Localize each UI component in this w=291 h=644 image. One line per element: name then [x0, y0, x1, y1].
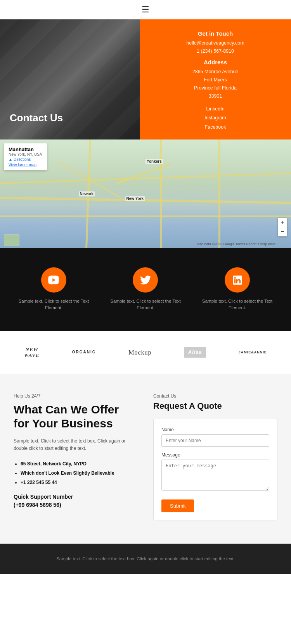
partner-logo-text: NEWWAVE [24, 346, 40, 358]
help-label: Help Us 24/7 [14, 393, 138, 399]
map-road [0, 172, 291, 184]
map-road [0, 196, 291, 204]
submit-button[interactable]: Submit [161, 499, 194, 512]
address-line2: Fort Myers [151, 76, 279, 84]
view-larger-map-link[interactable]: View larger map [9, 163, 42, 167]
list-item: Which don't Look Even Slightly Believabl… [21, 468, 138, 478]
map-road [218, 139, 220, 248]
get-in-touch-block: Get in Touch hello@creativeagency.com 1 … [151, 30, 279, 56]
address-block: Address 2865 Monroe Avenue Fort Myers Pr… [151, 59, 279, 101]
linkedin-text: Sample text. Click to select the Text El… [199, 298, 276, 312]
map-info-box: Manhattan New York, NY, USA ▲ Directions… [4, 143, 47, 170]
contact-heading: What Can We Offer for Your Business [14, 403, 138, 430]
partners-section: NEWWAVE ORGANIC Mockup Alisa JAMIE&ANNIE [0, 331, 291, 374]
contact-heading-line2: for Your Business [14, 417, 113, 430]
contact-email: hello@creativeagency.com [151, 39, 279, 47]
partner-logo-text: JAMIE&ANNIE [239, 350, 267, 355]
youtube-text: Sample text. Click to select the Text El… [15, 298, 92, 312]
contact-right-col: Contact Us Request A Quote Name Message … [153, 393, 277, 520]
partner-logo-text: Alisa [184, 347, 206, 358]
facebook-link[interactable]: Facebook [151, 123, 279, 132]
map-road [160, 139, 162, 248]
twitter-text: Sample text. Click to select the Text El… [107, 298, 184, 312]
social-links-block: LinkedIn Instagram Facebook [151, 105, 279, 132]
footer-text: Sample text. Click to select the text bo… [8, 555, 283, 562]
address-line4: 33901 [151, 92, 279, 100]
partner-logo-newwave[interactable]: NEWWAVE [24, 346, 40, 358]
map-road [116, 163, 171, 184]
list-item: 65 Street, Network City, NYPD [21, 459, 138, 468]
partner-logo-organic[interactable]: ORGANIC [72, 350, 96, 355]
map-section: New York Newark Yonkers Manhattan New Yo… [0, 139, 291, 248]
address-label: Address [151, 59, 279, 65]
twitter-icon [140, 275, 151, 286]
contact-description: Sample text. Click to select the text bo… [14, 437, 138, 452]
hero-title: Contact Us [10, 112, 63, 124]
social-item-youtube: Sample text. Click to select the Text El… [15, 267, 92, 312]
contact-bottom-section: Help Us 24/7 What Can We Offer for Your … [0, 374, 291, 544]
social-icons-section: Sample text. Click to select the Text El… [0, 248, 291, 331]
contact-right-label: Contact Us [153, 393, 277, 399]
support-number: Quick Support Number (+99 6984 5698 56) [14, 493, 138, 509]
partner-logo-text: ORGANIC [72, 350, 96, 355]
youtube-circle-button[interactable] [41, 267, 66, 293]
contact-heading-line1: What Can We Offer [14, 403, 119, 416]
twitter-circle-button[interactable] [133, 267, 158, 293]
list-item: +1 222 545 55 44 [21, 478, 138, 487]
quote-form-card: Name Message Submit [153, 419, 277, 520]
map-yonkers-label: Yonkers [146, 159, 163, 164]
footer: Sample text. Click to select the text bo… [0, 544, 291, 574]
get-in-touch-label: Get in Touch [151, 30, 279, 37]
name-form-group: Name [161, 427, 269, 447]
support-number-value: (+99 6984 5698 56) [14, 502, 61, 508]
map-zoom-controls: + − [278, 218, 287, 236]
hero-info-panel: Get in Touch hello@creativeagency.com 1 … [140, 19, 291, 139]
social-item-twitter: Sample text. Click to select the Text El… [107, 267, 184, 312]
social-item-linkedin: Sample text. Click to select the Text El… [199, 267, 276, 312]
hero-contact-section: Contact Us Get in Touch hello@creativeag… [0, 19, 291, 139]
partner-logo-alisa[interactable]: Alisa [184, 347, 206, 358]
zoom-out-button[interactable]: − [278, 227, 287, 236]
name-label: Name [161, 427, 269, 432]
map-background: New York Newark Yonkers Manhattan New Yo… [0, 139, 291, 248]
hero-image: Contact Us [0, 19, 140, 139]
map-newark-label: Newark [79, 191, 95, 196]
message-form-group: Message [161, 452, 269, 492]
directions-arrow-icon: ▲ [9, 157, 12, 162]
map-city-name: Manhattan [9, 146, 42, 152]
hamburger-icon[interactable]: ☰ [142, 5, 149, 15]
support-label: Quick Support Number [14, 494, 73, 500]
map-city-label: New York [125, 196, 145, 201]
message-label: Message [161, 452, 269, 458]
partner-logo-text: Mockup [128, 349, 151, 356]
map-city-sub: New York, NY, USA [9, 152, 42, 157]
partner-logo-mockup[interactable]: Mockup [128, 349, 151, 356]
address-line3: Province full Florida [151, 84, 279, 92]
request-quote-heading: Request A Quote [153, 401, 277, 411]
partner-logo-jamie[interactable]: JAMIE&ANNIE [239, 350, 267, 355]
name-input[interactable] [161, 434, 269, 447]
map-road [0, 215, 291, 217]
zoom-in-button[interactable]: + [278, 218, 287, 227]
top-header: ☰ [0, 0, 291, 19]
message-input[interactable] [161, 460, 269, 491]
address-line1: 2865 Monroe Avenue [151, 68, 279, 76]
instagram-link[interactable]: Instagram [151, 114, 279, 123]
contact-list: 65 Street, Network City, NYPD Which don'… [14, 459, 138, 487]
contact-phone: 1 (234) 567-8910 [151, 47, 279, 55]
map-thumbnail [4, 234, 19, 246]
contact-left-col: Help Us 24/7 What Can We Offer for Your … [14, 393, 138, 520]
map-directions[interactable]: ▲ Directions [9, 157, 42, 162]
linkedin-circle-button[interactable] [225, 267, 250, 293]
linkedin-icon [232, 275, 243, 286]
linkedin-link[interactable]: LinkedIn [151, 105, 279, 114]
youtube-icon [48, 275, 59, 286]
map-footer-text: Map data ©2023 Google Terms Report a map… [196, 242, 275, 246]
